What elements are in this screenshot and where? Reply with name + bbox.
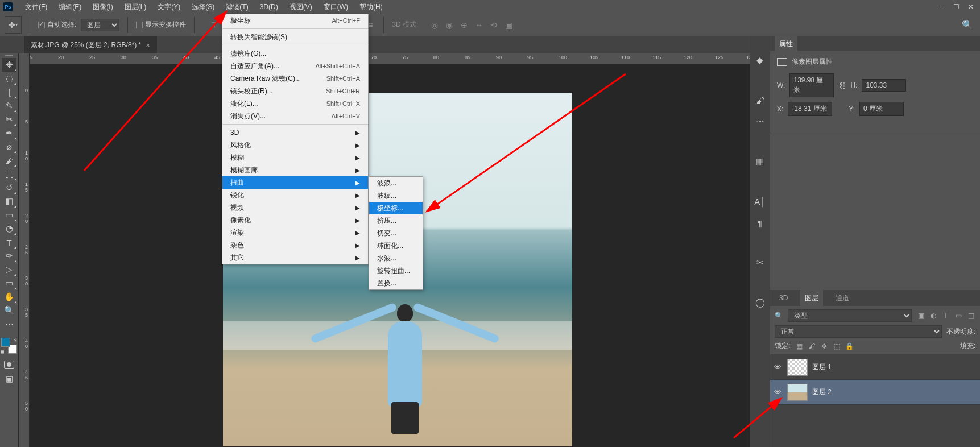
menu-window[interactable]: 窗口(W) [318, 0, 354, 14]
blur-tool[interactable]: ◔ [2, 222, 16, 235]
distort-menu-item[interactable]: 旋转扭曲... [369, 264, 423, 277]
auto-select-checkbox[interactable]: 自动选择: [38, 20, 76, 30]
visibility-icon[interactable]: 👁 [772, 388, 783, 396]
layer-thumbnail[interactable] [787, 359, 808, 376]
layer-name[interactable]: 图层 2 [812, 387, 832, 397]
menu-edit[interactable]: 编辑(E) [53, 0, 87, 14]
vertical-ruler[interactable]: 051 01 52 02 53 03 54 04 55 0 [19, 53, 30, 447]
y-field[interactable]: 0 厘米 [859, 102, 904, 116]
channels-tab[interactable]: 通道 [831, 290, 854, 307]
filter-menu-item[interactable]: 其它▶ [222, 251, 368, 264]
menu-help[interactable]: 帮助(H) [354, 0, 388, 14]
filter-menu-item[interactable]: 自适应广角(A)...Alt+Shift+Ctrl+A [222, 60, 368, 72]
stamp-tool[interactable]: ⛶ [2, 167, 16, 181]
filter-menu-item[interactable]: 视频▶ [222, 201, 368, 214]
gradient-tool[interactable]: ▭ [2, 208, 16, 222]
link-wh-icon[interactable]: ⛓ [838, 81, 846, 90]
distort-menu-item[interactable]: 挤压... [369, 214, 423, 227]
filter-menu-item[interactable]: 扭曲▶ [222, 176, 368, 189]
document-tab[interactable]: 素材.JPG @ 25% (图层 2, RGB/8*) * × [24, 36, 157, 53]
filter-menu-item[interactable]: 转换为智能滤镜(S) [222, 31, 368, 43]
layers-tab[interactable]: 图层 [800, 290, 823, 307]
horizontal-ruler[interactable]: 0510152025303540455055606570758085909510… [30, 53, 750, 64]
distort-menu-item[interactable]: 波纹... [369, 189, 423, 202]
filter-adjust-icon[interactable]: ◐ [929, 312, 938, 320]
align-top-icon[interactable]: ⊤ [209, 20, 220, 30]
paragraph-panel-icon[interactable]: ¶ [753, 216, 767, 230]
close-button[interactable]: ✕ [964, 2, 978, 11]
width-field[interactable]: 139.98 厘米 [789, 73, 834, 97]
foreground-color[interactable] [1, 338, 10, 347]
eraser-tool[interactable]: ◧ [2, 194, 16, 208]
marquee-tool[interactable]: ◌ [2, 72, 16, 85]
menu-type[interactable]: 文字(Y) [152, 0, 186, 14]
quick-select-tool[interactable]: ✎ [2, 99, 16, 113]
auto-select-target[interactable]: 图层 [81, 19, 119, 31]
swap-colors-icon[interactable]: ⤭ [13, 337, 18, 343]
brush-presets-icon[interactable]: 〰 [753, 115, 767, 129]
filter-menu-item[interactable]: 3D▶ [222, 126, 368, 139]
filter-kind-icon[interactable]: 🔍 [775, 312, 783, 320]
eyedropper-tool[interactable]: ✒ [2, 126, 16, 140]
menu-image[interactable]: 图像(I) [87, 0, 118, 14]
shape-tool[interactable]: ▭ [2, 276, 16, 290]
distort-menu-item[interactable]: 极坐标... [369, 202, 423, 214]
lock-position-icon[interactable]: ✥ [820, 342, 829, 350]
x-field[interactable]: -18.31 厘米 [788, 102, 832, 116]
height-field[interactable]: 103.33 [862, 79, 906, 92]
menu-select[interactable]: 选择(S) [186, 0, 220, 14]
3d-tab[interactable]: 3D [775, 291, 792, 305]
move-tool[interactable]: ✥ [2, 58, 16, 72]
menu-view[interactable]: 视图(V) [284, 0, 318, 14]
tab-close-icon[interactable]: × [146, 41, 150, 49]
blend-mode-select[interactable]: 正常 [775, 325, 942, 338]
layer-row[interactable]: 👁 图层 2 [770, 380, 980, 405]
edit-toolbar[interactable]: ⋯ [2, 317, 16, 331]
lock-all-icon[interactable]: 🔒 [845, 342, 854, 350]
quick-mask-icon[interactable] [2, 359, 16, 370]
distort-menu-item[interactable]: 置换... [369, 277, 423, 289]
menu-filter[interactable]: 滤镜(T) [220, 0, 254, 14]
distort-menu-item[interactable]: 水波... [369, 252, 423, 264]
filter-menu-item[interactable]: 模糊画廊▶ [222, 164, 368, 176]
history-panel-icon[interactable]: ◆ [753, 53, 767, 67]
lock-artboard-icon[interactable]: ⬚ [832, 342, 841, 350]
swatches-panel-icon[interactable]: ▦ [753, 155, 767, 168]
menu-file[interactable]: 文件(F) [19, 0, 53, 14]
filter-menu-item[interactable]: 锐化▶ [222, 189, 368, 201]
color-swatches[interactable]: ⤭ ◼ [1, 338, 17, 354]
minimize-button[interactable]: — [934, 2, 948, 11]
menu-layer[interactable]: 图层(L) [119, 0, 152, 14]
pen-tool[interactable]: ✑ [2, 249, 16, 263]
screen-mode-icon[interactable]: ▣ [6, 374, 13, 383]
lock-transparent-icon[interactable]: ▦ [795, 342, 804, 350]
toolbox-handle[interactable] [0, 53, 18, 58]
layer-row[interactable]: 👁 图层 1 [770, 355, 980, 380]
filter-menu-item[interactable]: 模糊▶ [222, 151, 368, 164]
filter-menu-item[interactable]: 消失点(V)...Alt+Ctrl+V [222, 110, 368, 122]
lasso-tool[interactable]: ɭ [2, 85, 16, 99]
layer-thumbnail[interactable] [787, 384, 808, 401]
filter-type-icon[interactable]: T [941, 312, 950, 320]
filter-kind-select[interactable]: 类型 [788, 309, 912, 322]
brushes-panel-icon[interactable]: 🖌 [753, 93, 767, 107]
filter-menu-item[interactable]: 液化(L)...Shift+Ctrl+X [222, 97, 368, 110]
filter-menu-item[interactable]: Camera Raw 滤镜(C)...Shift+Ctrl+A [222, 72, 368, 85]
filter-smart-icon[interactable]: ◫ [966, 312, 975, 320]
properties-tab[interactable]: 属性 [775, 36, 797, 52]
menu-3d[interactable]: 3D(D) [254, 1, 284, 13]
filter-menu-item[interactable]: 杂色▶ [222, 239, 368, 251]
tool-preset-button[interactable]: ✥▾ [5, 16, 22, 34]
filter-pixel-icon[interactable]: ▣ [916, 312, 925, 320]
visibility-icon[interactable]: 👁 [772, 363, 783, 371]
search-icon[interactable]: 🔍 [962, 19, 973, 30]
distort-menu-item[interactable]: 球面化... [369, 239, 423, 252]
actions-panel-icon[interactable]: ✂ [753, 256, 767, 270]
filter-menu-item[interactable]: 滤镜库(G)... [222, 47, 368, 60]
filter-shape-icon[interactable]: ▭ [954, 312, 963, 320]
distort-menu-item[interactable]: 波浪... [369, 177, 423, 189]
hand-tool[interactable]: ✋ [2, 290, 16, 304]
path-tool[interactable]: ▷ [2, 263, 16, 276]
filter-menu-item[interactable]: 像素化▶ [222, 214, 368, 226]
filter-menu-item[interactable]: 渲染▶ [222, 226, 368, 239]
